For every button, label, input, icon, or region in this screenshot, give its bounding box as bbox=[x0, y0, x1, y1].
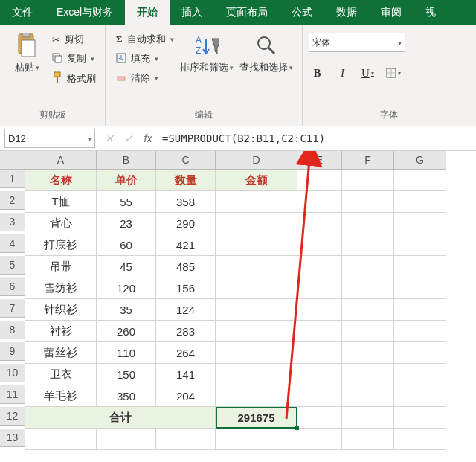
header-name[interactable]: 名称 bbox=[25, 170, 97, 191]
row-header[interactable]: 9 bbox=[0, 342, 25, 361]
cell[interactable] bbox=[216, 191, 298, 213]
cell[interactable] bbox=[156, 429, 216, 450]
tab-home[interactable]: 开始 bbox=[125, 0, 170, 25]
select-all-corner[interactable] bbox=[0, 151, 25, 170]
cell[interactable]: 雪纺衫 bbox=[25, 277, 97, 299]
row-header[interactable]: 8 bbox=[0, 321, 25, 339]
cell[interactable]: 421 bbox=[156, 234, 216, 256]
cell[interactable]: 吊带 bbox=[25, 256, 97, 277]
cell[interactable]: 打底衫 bbox=[25, 234, 97, 256]
row-header[interactable]: 1 bbox=[0, 170, 25, 188]
cell[interactable] bbox=[394, 191, 446, 213]
cell[interactable] bbox=[394, 277, 446, 299]
cell[interactable] bbox=[216, 277, 298, 299]
cell[interactable] bbox=[298, 277, 342, 299]
cell[interactable]: 针织衫 bbox=[25, 299, 97, 321]
header-price[interactable]: 单价 bbox=[97, 170, 156, 191]
find-select-button[interactable]: 查找和选择▾ bbox=[237, 28, 296, 74]
row-header[interactable]: 11 bbox=[0, 385, 25, 404]
tab-data[interactable]: 数据 bbox=[324, 0, 369, 25]
cell[interactable] bbox=[342, 342, 394, 364]
cell[interactable] bbox=[342, 321, 394, 342]
insert-function-button[interactable]: fx bbox=[138, 129, 158, 148]
name-box[interactable]: D12 ▾ bbox=[4, 129, 95, 148]
col-header-a[interactable]: A bbox=[25, 151, 97, 170]
cell[interactable] bbox=[298, 342, 342, 364]
cell[interactable]: 蕾丝衫 bbox=[25, 342, 97, 364]
cell[interactable]: 260 bbox=[97, 321, 156, 342]
header-qty[interactable]: 数量 bbox=[156, 170, 216, 191]
cell[interactable] bbox=[298, 213, 342, 234]
cell[interactable] bbox=[298, 191, 342, 213]
cell[interactable]: 衬衫 bbox=[25, 321, 97, 342]
cell[interactable] bbox=[342, 277, 394, 299]
row-header[interactable]: 4 bbox=[0, 234, 25, 253]
cell[interactable] bbox=[216, 364, 298, 385]
cell[interactable] bbox=[394, 385, 446, 407]
col-header-f[interactable]: F bbox=[342, 151, 394, 170]
cell[interactable] bbox=[216, 429, 298, 450]
cell[interactable] bbox=[216, 342, 298, 364]
underline-button[interactable]: U▾ bbox=[359, 64, 377, 82]
col-header-e[interactable]: E bbox=[298, 151, 342, 170]
cell[interactable] bbox=[394, 299, 446, 321]
cell[interactable]: 120 bbox=[97, 277, 156, 299]
paste-button[interactable]: 粘贴▾ bbox=[6, 28, 48, 74]
cell[interactable] bbox=[394, 407, 446, 429]
tab-custom[interactable]: Excel与财务 bbox=[45, 0, 125, 25]
cell[interactable]: 60 bbox=[97, 234, 156, 256]
cell[interactable] bbox=[298, 170, 342, 191]
cell[interactable]: 35 bbox=[97, 299, 156, 321]
cell[interactable] bbox=[298, 385, 342, 407]
cell[interactable]: 羊毛衫 bbox=[25, 385, 97, 407]
cell[interactable] bbox=[216, 385, 298, 407]
cell[interactable] bbox=[394, 321, 446, 342]
cell[interactable] bbox=[342, 385, 394, 407]
cell[interactable] bbox=[394, 342, 446, 364]
cell[interactable] bbox=[394, 256, 446, 277]
cell[interactable] bbox=[298, 407, 342, 429]
total-value-cell[interactable]: 291675 bbox=[216, 407, 298, 429]
cell[interactable] bbox=[394, 213, 446, 234]
cell[interactable] bbox=[342, 256, 394, 277]
cell[interactable] bbox=[298, 299, 342, 321]
cell[interactable] bbox=[394, 234, 446, 256]
cell[interactable]: T恤 bbox=[25, 191, 97, 213]
font-name-combo[interactable]: 宋体 ▾ bbox=[309, 33, 405, 52]
autosum-button[interactable]: Σ 自动求和 ▾ bbox=[116, 33, 174, 46]
row-header[interactable]: 7 bbox=[0, 299, 25, 318]
cut-button[interactable]: ✂ 剪切 bbox=[52, 33, 96, 46]
cell[interactable]: 124 bbox=[156, 299, 216, 321]
cell[interactable]: 23 bbox=[97, 213, 156, 234]
row-header[interactable]: 2 bbox=[0, 191, 25, 210]
total-label-cell[interactable]: 合计 bbox=[25, 407, 216, 429]
cell[interactable]: 背心 bbox=[25, 213, 97, 234]
format-painter-button[interactable]: 格式刷 bbox=[52, 71, 96, 86]
tab-file[interactable]: 文件 bbox=[0, 0, 45, 25]
bold-button[interactable]: B bbox=[309, 64, 327, 82]
row-header[interactable]: 6 bbox=[0, 277, 25, 296]
row-header[interactable]: 12 bbox=[0, 407, 25, 426]
cell[interactable]: 204 bbox=[156, 385, 216, 407]
formula-bar[interactable]: =SUMPRODUCT(B2:B11,C2:C11) bbox=[158, 132, 476, 144]
italic-button[interactable]: I bbox=[334, 64, 352, 82]
cell[interactable] bbox=[342, 213, 394, 234]
cell[interactable] bbox=[342, 191, 394, 213]
cell[interactable] bbox=[394, 429, 446, 450]
cell[interactable] bbox=[216, 256, 298, 277]
tab-insert[interactable]: 插入 bbox=[170, 0, 214, 25]
col-header-d[interactable]: D bbox=[216, 151, 298, 170]
header-amount[interactable]: 金额 bbox=[216, 170, 298, 191]
cell[interactable]: 141 bbox=[156, 364, 216, 385]
cell[interactable] bbox=[298, 256, 342, 277]
cell[interactable] bbox=[298, 429, 342, 450]
row-header[interactable]: 10 bbox=[0, 364, 25, 382]
cell[interactable]: 290 bbox=[156, 213, 216, 234]
fill-button[interactable]: 填充 ▾ bbox=[116, 52, 174, 65]
tab-review[interactable]: 审阅 bbox=[369, 0, 414, 25]
borders-button[interactable]: ▾ bbox=[385, 64, 402, 82]
cell[interactable]: 485 bbox=[156, 256, 216, 277]
tab-view[interactable]: 视 bbox=[414, 0, 448, 25]
col-header-g[interactable]: G bbox=[394, 151, 446, 170]
cell[interactable] bbox=[97, 429, 156, 450]
